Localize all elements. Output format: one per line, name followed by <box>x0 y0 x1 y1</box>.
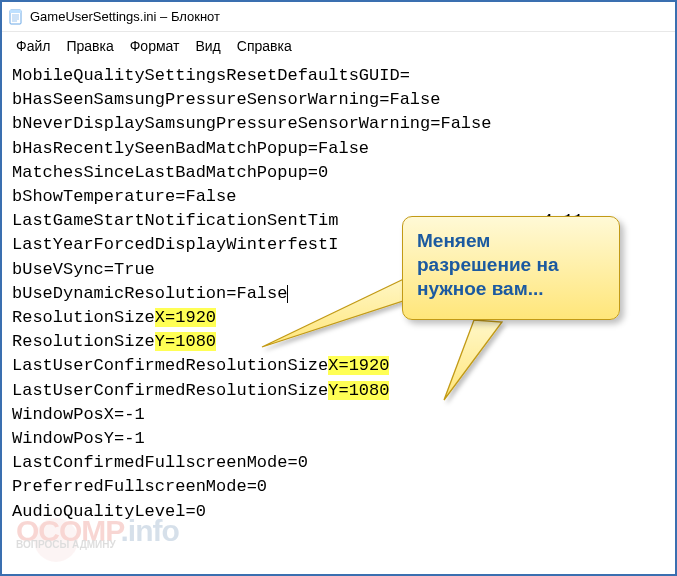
menu-format[interactable]: Формат <box>124 36 186 56</box>
editor-line[interactable]: bNeverDisplaySamsungPressureSensorWarnin… <box>12 112 665 136</box>
editor-line[interactable]: bHasRecentlySeenBadMatchPopup=False <box>12 137 665 161</box>
menu-view[interactable]: Вид <box>189 36 226 56</box>
text-caret <box>287 285 288 303</box>
highlighted-text: X=1920 <box>328 356 389 375</box>
window-title: GameUserSettings.ini – Блокнот <box>30 9 220 24</box>
editor-line[interactable]: WindowPosX=-1 <box>12 403 665 427</box>
highlighted-text: X=1920 <box>155 308 216 327</box>
notepad-icon <box>8 9 24 25</box>
editor-line[interactable]: LastUserConfirmedResolutionSizeX=1920 <box>12 354 665 378</box>
watermark-sub: ВОПРОСЫ АДМИНУ <box>16 539 179 550</box>
editor-line[interactable]: bShowTemperature=False <box>12 185 665 209</box>
menu-file[interactable]: Файл <box>10 36 56 56</box>
titlebar: GameUserSettings.ini – Блокнот <box>2 2 675 32</box>
annotation-callout: Меняем разрешение на нужное вам... <box>402 216 620 320</box>
menu-edit[interactable]: Правка <box>60 36 119 56</box>
highlighted-text: Y=1080 <box>328 381 389 400</box>
editor-line[interactable]: MobileQualitySettingsResetDefaultsGUID= <box>12 64 665 88</box>
svg-rect-1 <box>10 10 21 13</box>
editor-line[interactable]: WindowPosY=-1 <box>12 427 665 451</box>
editor-line[interactable]: MatchesSinceLastBadMatchPopup=0 <box>12 161 665 185</box>
editor-line[interactable]: bHasSeenSamsungPressureSensorWarning=Fal… <box>12 88 665 112</box>
highlighted-text: Y=1080 <box>155 332 216 351</box>
editor-line[interactable]: PreferredFullscreenMode=0 <box>12 475 665 499</box>
editor-line[interactable]: LastConfirmedFullscreenMode=0 <box>12 451 665 475</box>
menubar: Файл Правка Формат Вид Справка <box>2 32 675 62</box>
editor-line[interactable]: LastUserConfirmedResolutionSizeY=1080 <box>12 379 665 403</box>
callout-text: Меняем разрешение на нужное вам... <box>417 230 558 299</box>
editor-line[interactable]: AudioQualityLevel=0 <box>12 500 665 524</box>
menu-help[interactable]: Справка <box>231 36 298 56</box>
editor-line[interactable]: ResolutionSizeY=1080 <box>12 330 665 354</box>
